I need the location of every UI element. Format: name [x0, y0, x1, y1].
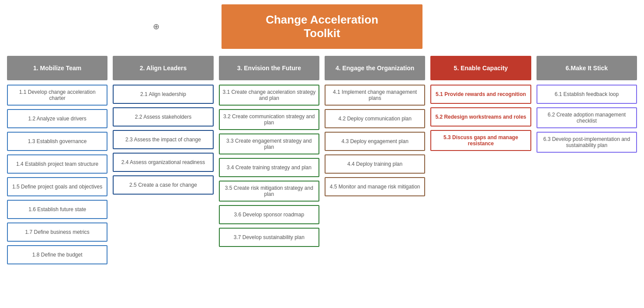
col-header-col2: 2. Align Leaders — [113, 56, 213, 80]
resize-handle-icon[interactable]: ⊕ — [153, 22, 159, 31]
col-header-col3: 3. Envision the Future — [219, 56, 319, 80]
card-col5-1[interactable]: 5.1 Provide rewards and recognition — [430, 85, 531, 104]
columns-container: 1. Mobilize Team1.1 Develop change accel… — [4, 56, 640, 268]
card-col4-2[interactable]: 4.2 Deploy communication plan — [325, 109, 425, 128]
card-col3-5[interactable]: 3.5 Create risk mitigation strategy and … — [219, 181, 319, 202]
column-col6: 6.Make It Stick6.1 Establish feedback lo… — [534, 56, 640, 268]
card-col3-2[interactable]: 3.2 Create communication strategy and pl… — [219, 109, 319, 130]
card-col4-1[interactable]: 4.1 Implement change management plans — [325, 85, 425, 106]
column-col5: 5. Enable Capacity5.1 Provide rewards an… — [428, 56, 533, 268]
card-col5-3[interactable]: 5.3 Discuss gaps and manage resistance — [430, 130, 531, 151]
card-col1-5[interactable]: 1.5 Define project goals and objectives — [7, 177, 107, 196]
card-col1-2[interactable]: 1.2 Analyze value drivers — [7, 109, 107, 128]
page-title: Change Acceleration Toolkit — [222, 4, 422, 49]
card-col2-1[interactable]: 2.1 Align leadership — [113, 85, 213, 104]
card-col1-4[interactable]: 1.4 Establish project team structure — [7, 154, 107, 174]
column-col3: 3. Envision the Future3.1 Create change … — [216, 56, 322, 268]
header-area: ⊕ Change Acceleration Toolkit — [4, 4, 640, 49]
col-header-col1: 1. Mobilize Team — [7, 56, 107, 80]
card-col2-2[interactable]: 2.2 Assess stakeholders — [113, 107, 213, 127]
card-col1-8[interactable]: 1.8 Define the budget — [7, 245, 107, 264]
card-col2-3[interactable]: 2.3 Assess the impact of change — [113, 130, 213, 149]
card-col4-5[interactable]: 4.5 Monitor and manage risk mitigation — [325, 177, 425, 196]
card-col4-3[interactable]: 4.3 Deploy engagement plan — [325, 132, 425, 151]
column-col2: 2. Align Leaders2.1 Align leadership2.2 … — [110, 56, 216, 268]
card-col2-5[interactable]: 2.5 Create a case for change — [113, 175, 213, 195]
card-col6-3[interactable]: 6.3 Develop post-implementation and sust… — [537, 132, 637, 153]
card-col3-6[interactable]: 3.6 Develop sponsor roadmap — [219, 205, 319, 224]
card-col3-3[interactable]: 3.3 Create engagement strategy and plan — [219, 133, 319, 154]
card-col3-4[interactable]: 3.4 Create training strategy and plan — [219, 158, 319, 177]
card-col3-1[interactable]: 3.1 Create change acceleration strategy … — [219, 85, 319, 106]
card-col3-7[interactable]: 3.7 Develop sustainability plan — [219, 228, 319, 247]
column-col1: 1. Mobilize Team1.1 Develop change accel… — [4, 56, 110, 268]
column-col4: 4. Engage the Organization4.1 Implement … — [322, 56, 428, 268]
card-col1-1[interactable]: 1.1 Develop change acceleration charter — [7, 85, 107, 106]
col-header-col6: 6.Make It Stick — [537, 56, 637, 80]
card-col1-7[interactable]: 1.7 Define business metrics — [7, 222, 107, 242]
card-col4-4[interactable]: 4.4 Deploy training plan — [325, 154, 425, 174]
card-col2-4[interactable]: 2.4 Assess organizational readiness — [113, 153, 213, 172]
card-col6-1[interactable]: 6.1 Establish feedback loop — [537, 85, 637, 104]
col-header-col4: 4. Engage the Organization — [325, 56, 425, 80]
card-col1-3[interactable]: 1.3 Establish governance — [7, 132, 107, 151]
card-col1-6[interactable]: 1.6 Establish future state — [7, 200, 107, 219]
card-col5-2[interactable]: 5.2 Redesign workstreams and roles — [430, 107, 531, 127]
page: ⊕ Change Acceleration Toolkit 1. Mobiliz… — [0, 0, 644, 272]
col-header-col5: 5. Enable Capacity — [430, 56, 531, 80]
card-col6-2[interactable]: 6.2 Create adoption management checklist — [537, 107, 637, 128]
